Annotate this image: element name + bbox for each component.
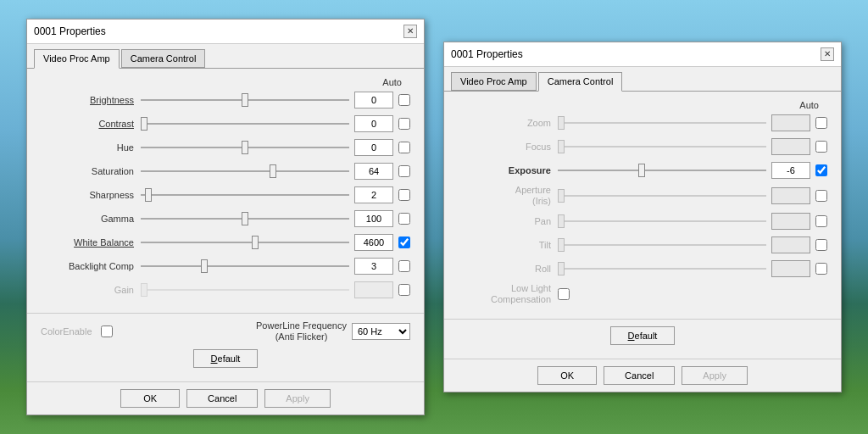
aperture-value [771, 187, 810, 204]
aperture-row: Aperture(Iris) [458, 185, 827, 207]
hue-slider[interactable] [141, 147, 349, 148]
zoom-slider[interactable] [558, 122, 766, 124]
exposure-value[interactable] [771, 162, 810, 179]
tilt-slider[interactable] [558, 244, 766, 246]
gamma-auto[interactable] [398, 213, 410, 225]
gain-row: Gain [41, 281, 410, 299]
exposure-row: Exposure [458, 161, 827, 180]
roll-auto[interactable] [815, 263, 827, 275]
dialog1-body: Auto Brightness Contrast Hue [27, 69, 424, 313]
focus-auto[interactable] [815, 141, 827, 153]
low-light-row: Low LightCompensation [458, 283, 827, 305]
backlight-comp-value[interactable] [354, 258, 393, 275]
dialog2-ok-button[interactable]: OK [537, 366, 597, 385]
gamma-slider[interactable] [141, 218, 349, 220]
sharpness-slider-wrap [141, 194, 349, 196]
dialog1-cancel-button[interactable]: Cancel [186, 389, 258, 408]
roll-slider[interactable] [558, 268, 766, 270]
exposure-slider[interactable] [558, 170, 766, 171]
gain-slider[interactable] [141, 289, 349, 291]
brightness-auto[interactable] [398, 94, 410, 106]
dialog1-default-button[interactable]: Default [193, 349, 259, 368]
roll-value [771, 260, 810, 277]
tab2-video-proc-amp[interactable]: Video Proc Amp [451, 72, 537, 91]
tilt-value [771, 236, 810, 253]
saturation-slider[interactable] [141, 170, 349, 172]
aperture-label: Aperture(Iris) [458, 185, 551, 207]
gain-value [354, 281, 393, 298]
powerline-group: PowerLine Frequency (Anti Flicker) 50 Hz… [256, 320, 410, 342]
pan-slider[interactable] [558, 220, 766, 222]
backlight-comp-row: Backlight Comp [41, 257, 410, 275]
gamma-value[interactable] [354, 210, 393, 227]
focus-slider[interactable] [558, 146, 766, 147]
sharpness-slider[interactable] [141, 194, 349, 196]
dialog2-apply-button[interactable]: Apply [682, 366, 748, 385]
sharpness-value[interactable] [354, 186, 393, 203]
gamma-label: Gamma [41, 214, 134, 224]
white-balance-auto[interactable] [398, 236, 410, 248]
tab-camera-control[interactable]: Camera Control [121, 49, 206, 68]
saturation-auto[interactable] [398, 165, 410, 177]
hue-value[interactable] [354, 139, 393, 156]
pan-auto[interactable] [815, 215, 827, 227]
dialog1-title: 0001 Properties [34, 25, 106, 37]
dialog1-ok-button[interactable]: OK [120, 389, 180, 408]
gamma-slider-wrap [141, 218, 349, 220]
color-enable-checkbox[interactable] [101, 326, 113, 337]
saturation-row: Saturation [41, 162, 410, 181]
saturation-value[interactable] [354, 163, 393, 180]
contrast-slider[interactable] [141, 123, 349, 125]
dialog2-cancel-button[interactable]: Cancel [604, 366, 675, 385]
dialog1-footer: OK Cancel Apply [27, 381, 424, 415]
dialog1-apply-button[interactable]: Apply [264, 389, 331, 408]
powerline-select-wrap: 50 Hz 60 Hz Disabled [352, 323, 410, 340]
hue-row: Hue [41, 138, 410, 157]
dialog-video-proc-amp: 0001 Properties ✕ Video Proc Amp Camera … [26, 19, 425, 415]
dialog2-title: 0001 Properties [451, 48, 523, 60]
low-light-label: Low LightCompensation [458, 283, 551, 305]
tab-video-proc-amp[interactable]: Video Proc Amp [34, 49, 120, 69]
zoom-slider-wrap [558, 122, 766, 124]
powerline-select[interactable]: 50 Hz 60 Hz Disabled [352, 323, 410, 340]
backlight-comp-auto[interactable] [398, 260, 410, 272]
exposure-label: Exposure [458, 165, 551, 175]
dialog2-auto-header: Auto [458, 100, 827, 110]
tab2-camera-control[interactable]: Camera Control [538, 72, 623, 92]
contrast-auto[interactable] [398, 118, 410, 130]
dialog2-default-button[interactable]: Default [610, 326, 676, 345]
brightness-value[interactable] [354, 92, 393, 108]
dialog2-close-button[interactable]: ✕ [821, 47, 834, 61]
zoom-value [771, 114, 810, 131]
hue-slider-wrap [141, 147, 349, 148]
focus-value [771, 138, 810, 155]
sharpness-auto[interactable] [398, 189, 410, 201]
tilt-row: Tilt [458, 236, 827, 254]
hue-auto[interactable] [398, 142, 410, 153]
zoom-auto[interactable] [815, 117, 827, 129]
roll-row: Roll [458, 259, 827, 278]
pan-value [771, 213, 810, 230]
sharpness-label: Sharpness [41, 190, 134, 200]
white-balance-value[interactable] [354, 234, 393, 251]
contrast-value[interactable] [354, 115, 393, 132]
aperture-auto[interactable] [815, 190, 827, 202]
brightness-row: Brightness [41, 91, 410, 109]
tilt-slider-wrap [558, 244, 766, 246]
backlight-comp-slider[interactable] [141, 265, 349, 267]
contrast-row: Contrast [41, 114, 410, 133]
aperture-slider[interactable] [558, 195, 766, 197]
dialog1-tabs: Video Proc Amp Camera Control [27, 44, 424, 69]
hue-label: Hue [41, 142, 134, 153]
low-light-checkbox[interactable] [558, 288, 570, 300]
dialog2-body: Auto Zoom Focus Exposure [444, 92, 841, 320]
saturation-label: Saturation [41, 166, 134, 176]
roll-label: Roll [458, 264, 551, 274]
tilt-auto[interactable] [815, 239, 827, 251]
exposure-auto[interactable] [815, 164, 827, 176]
dialog1-close-button[interactable]: ✕ [403, 25, 417, 38]
white-balance-slider[interactable] [141, 242, 349, 243]
brightness-slider[interactable] [141, 99, 349, 101]
zoom-label: Zoom [458, 118, 551, 128]
gain-auto[interactable] [398, 284, 410, 296]
